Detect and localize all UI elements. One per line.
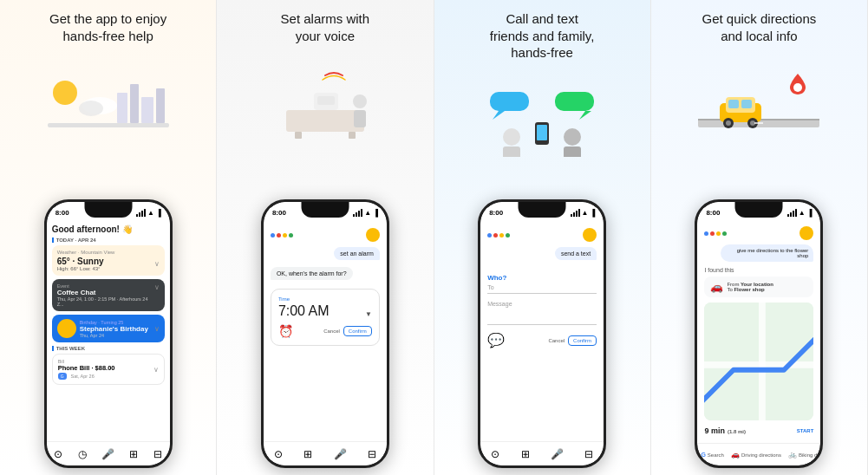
week-label: THIS WEEK	[52, 346, 165, 351]
panel-4: Get quick directions and local info	[651, 0, 868, 475]
status-time-4: 8:00	[706, 209, 720, 217]
date-label: TODAY · Apr 24	[52, 238, 165, 243]
panel-2-title: Set alarms with your voice	[281, 10, 370, 44]
message-field[interactable]: Message	[487, 301, 597, 325]
nav-mic[interactable]: 🎤	[101, 448, 114, 460]
battery-icon-3: ▐	[590, 209, 595, 217]
google-g: G	[701, 452, 705, 458]
phone-4: 8:00 ▲ ▐	[695, 199, 823, 468]
tab-search[interactable]: G Search	[701, 452, 723, 458]
tab-driving-label: Driving directions	[741, 452, 781, 458]
nav-image-3[interactable]: ⊞	[521, 448, 530, 460]
svg-point-35	[793, 83, 802, 92]
nav-explore[interactable]: ⊙	[54, 448, 62, 460]
nav-image[interactable]: ⊞	[129, 448, 138, 460]
chevron-birthday: ∨	[154, 325, 160, 333]
wave-icon: 👋	[122, 224, 133, 234]
start-button[interactable]: START	[797, 428, 814, 433]
phone-2: 8:00 ▲ ▐	[261, 199, 389, 468]
nav-clock[interactable]: ◷	[78, 448, 87, 460]
to-field[interactable]: To	[487, 284, 597, 294]
wifi-icon-3: ▲	[582, 209, 589, 217]
ga-dot-red-3	[493, 233, 498, 238]
svg-rect-6	[156, 88, 165, 123]
phone-1-notch	[84, 202, 132, 218]
svg-rect-8	[286, 110, 364, 132]
birthday-title: Stephanie's Birthday	[80, 325, 151, 333]
panel-1-illustration	[7, 51, 209, 155]
signal-4	[787, 209, 797, 217]
messages-icon: 💬	[487, 332, 505, 348]
svg-rect-4	[130, 84, 139, 123]
nav-grid-3[interactable]: ⊟	[584, 448, 593, 460]
svg-point-0	[53, 81, 77, 105]
battery-icon-2: ▐	[373, 209, 378, 217]
direction-from-to: 🚗 From Your location To Flower shop	[704, 277, 813, 297]
status-icons-1: ▲ ▐	[136, 209, 161, 217]
who-label: Who?	[487, 274, 597, 282]
svg-rect-7	[48, 123, 169, 127]
nav-grid-2[interactable]: ⊟	[368, 448, 376, 460]
panel-3-illustration	[441, 68, 643, 172]
user-avatar-2	[366, 228, 380, 242]
text-form: Who? To Message 💬 Cancel Confirm	[487, 274, 597, 348]
tab-driving[interactable]: 🚗 Driving directions	[731, 451, 781, 459]
tab-search-label: Search	[708, 452, 724, 458]
alarm-bell-icon: ⏰	[278, 324, 293, 338]
status-time-1: 8:00	[55, 209, 69, 217]
p2-content: set an alarm OK, when's the alarm for? T…	[264, 221, 387, 441]
ga-dot-green-4	[722, 231, 727, 236]
nav-mic-3[interactable]: 🎤	[551, 448, 564, 460]
assistant-reply-2: OK, when's the alarm for?	[271, 267, 353, 280]
tab-biking[interactable]: 🚲 Biking d	[788, 451, 817, 459]
nav-explore-2[interactable]: ⊙	[274, 448, 283, 460]
ga-dot-blue-4	[704, 231, 708, 236]
bottom-tabs-4[interactable]: G Search 🚗 Driving directions 🚲 Biking d	[697, 443, 820, 465]
dropdown-arrow[interactable]: ▼	[365, 310, 372, 318]
chevron-event: ∨	[154, 283, 160, 291]
text-actions: 💬 Cancel Confirm	[487, 332, 597, 348]
nav-mic-2[interactable]: 🎤	[334, 448, 347, 460]
phone-2-screen: 8:00 ▲ ▐	[264, 202, 387, 465]
bottom-nav-3[interactable]: ⊙ ⊞ 🎤 ⊟	[480, 441, 604, 465]
bill-title: Phone Bill · $88.00	[58, 364, 115, 372]
svg-point-2	[79, 101, 103, 116]
svg-rect-14	[354, 110, 366, 127]
cancel-button-3[interactable]: Cancel	[548, 338, 565, 343]
confirm-button-2[interactable]: Confirm	[343, 326, 372, 336]
direction-response: I found this	[704, 267, 813, 273]
svg-point-13	[353, 94, 367, 108]
chevron-weather: ∨	[154, 260, 160, 268]
bottom-nav-1[interactable]: ⊙ ◷ 🎤 ⊞ ⊟	[47, 441, 170, 465]
alarm-time-label: Time	[278, 296, 372, 302]
svg-rect-17	[555, 92, 594, 111]
svg-rect-22	[564, 146, 581, 157]
wifi-icon-2: ▲	[364, 209, 371, 217]
phone-4-screen: 8:00 ▲ ▐	[697, 202, 820, 465]
phone-3-screen: 8:00 ▲ ▐	[480, 202, 604, 465]
confirm-button-3[interactable]: Confirm	[568, 335, 597, 346]
event-time: Thu, Apr 24, 1:00 - 2:15 PM · Afterhours…	[57, 296, 154, 307]
alarm-time-display: 7:00 AM	[278, 303, 330, 319]
panel-3: Call and text friends and family, hands-…	[434, 0, 651, 475]
travel-distance: (1.8 mi)	[728, 429, 746, 434]
ga-dot-blue-3	[487, 233, 492, 238]
nav-image-2[interactable]: ⊞	[303, 448, 312, 460]
nav-explore-3[interactable]: ⊙	[491, 448, 499, 460]
phone-1: 8:00 ▲ ▐ Good afternoon! 👋 TODAY · Apr 2…	[44, 199, 173, 468]
panel-4-title: Get quick directions and local info	[702, 10, 817, 44]
signal-bar	[136, 209, 146, 217]
bottom-nav-2[interactable]: ⊙ ⊞ 🎤 ⊟	[264, 441, 387, 465]
battery-icon: ▐	[156, 209, 161, 217]
cancel-button-2[interactable]: Cancel	[323, 329, 340, 334]
svg-marker-18	[579, 111, 591, 120]
nav-grid[interactable]: ⊟	[153, 448, 162, 460]
phone-3-notch	[519, 202, 566, 218]
panel-2-illustration	[224, 51, 426, 155]
svg-marker-16	[493, 111, 505, 120]
panel-2: Set alarms with your voice 8:00	[217, 0, 434, 475]
signal-2	[353, 209, 362, 217]
ga-dot-red-4	[710, 231, 715, 236]
svg-rect-10	[349, 132, 356, 139]
ga-dot-green-3	[506, 233, 510, 238]
